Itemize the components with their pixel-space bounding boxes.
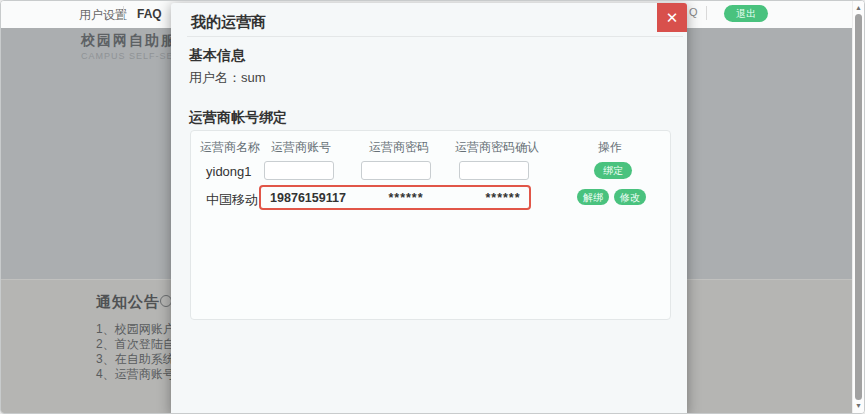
modify-button[interactable]: 修改 xyxy=(614,189,646,205)
my-operator-modal: 我的运营商 ✕ 基本信息 用户名：sum 运营商帐号绑定 运营商名称 运营商账号… xyxy=(171,3,687,414)
username-value: 用户名：sum xyxy=(189,69,266,87)
password-input[interactable] xyxy=(361,161,431,180)
col-header-operator-password: 运营商密码 xyxy=(349,139,449,156)
operator-name-cell: 中国移动 xyxy=(206,191,258,209)
notice-item: 1、校园网账户 xyxy=(96,322,175,337)
nav-item-user-settings[interactable]: 用户设置 xyxy=(79,7,127,24)
notice-item: 2、首次登陆自 xyxy=(96,337,175,352)
binding-heading: 运营商帐号绑定 xyxy=(189,109,287,127)
col-header-operator-account: 运营商账号 xyxy=(251,139,351,156)
account-input[interactable] xyxy=(264,161,334,180)
title-divider xyxy=(187,36,683,37)
col-header-password-confirm: 运营商密码确认 xyxy=(437,139,557,156)
operator-binding-table: 运营商名称 运营商账号 运营商密码 运营商密码确认 操作 yidong1 绑定 … xyxy=(190,130,671,320)
bound-account-value: 19876159117 xyxy=(258,191,358,205)
modal-title: 我的运营商 xyxy=(191,13,266,32)
notice-item: 3、在自助系统 xyxy=(96,352,175,367)
operator-name-cell: yidong1 xyxy=(206,164,252,179)
scrollbar-thumb[interactable] xyxy=(855,14,862,400)
password-confirm-input[interactable] xyxy=(459,161,529,180)
close-icon[interactable]: ✕ xyxy=(657,3,687,32)
nav-item-fragment: Q xyxy=(689,6,698,18)
browser-viewport: 用户设置 FAQ Q 退出 校园网自助服务 CAMPUS SELF-SERVIC… xyxy=(0,0,865,414)
bind-button[interactable]: 绑定 xyxy=(594,162,632,179)
nav-divider xyxy=(123,6,124,20)
nav-item-faq[interactable]: FAQ xyxy=(137,7,162,21)
scroll-down-icon[interactable]: ▼ xyxy=(853,402,864,410)
basic-info-heading: 基本信息 xyxy=(189,47,245,65)
logout-button[interactable]: 退出 xyxy=(724,5,768,22)
notice-item: 4、运营商账号 xyxy=(96,367,175,382)
bound-password-confirm-value: ****** xyxy=(453,191,553,205)
nav-divider xyxy=(706,6,707,20)
col-header-actions: 操作 xyxy=(560,139,660,156)
page-scrollbar[interactable]: ▲ ▼ xyxy=(852,1,864,413)
bound-password-value: ****** xyxy=(356,191,456,205)
notice-heading: 通知公告 xyxy=(96,293,160,312)
notice-list: 1、校园网账户 2、首次登陆自 3、在自助系统 4、运营商账号 xyxy=(96,322,175,382)
unbind-button[interactable]: 解绑 xyxy=(577,189,609,205)
scroll-up-icon[interactable]: ▲ xyxy=(853,4,864,12)
